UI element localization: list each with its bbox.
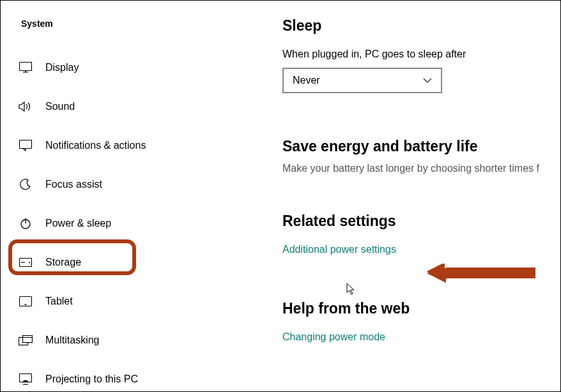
projecting-icon bbox=[19, 372, 33, 386]
sidebar-item-label: Display bbox=[45, 62, 79, 73]
svg-rect-3 bbox=[20, 140, 32, 148]
sidebar-item-label: Tablet bbox=[45, 296, 73, 307]
sidebar-item-focus-assist[interactable]: Focus assist bbox=[1, 165, 259, 204]
sidebar-item-projecting[interactable]: Projecting to this PC bbox=[1, 359, 259, 392]
sidebar-item-label: Power & sleep bbox=[45, 218, 111, 229]
sidebar-item-label: Notifications & actions bbox=[45, 140, 146, 151]
sidebar-item-label: Multitasking bbox=[45, 335, 99, 346]
sidebar-item-label: Storage bbox=[45, 257, 81, 268]
display-icon bbox=[19, 61, 33, 75]
sidebar: System Display Sound Notifications & act… bbox=[1, 1, 259, 391]
sidebar-item-storage[interactable]: Storage bbox=[1, 243, 259, 282]
sleep-heading: Sleep bbox=[282, 17, 560, 34]
sidebar-item-label: Sound bbox=[45, 101, 75, 112]
energy-heading: Save energy and battery life bbox=[282, 138, 560, 155]
sidebar-item-label: Projecting to this PC bbox=[45, 373, 138, 385]
sleep-field-label: When plugged in, PC goes to sleep after bbox=[282, 49, 560, 60]
sidebar-item-display[interactable]: Display bbox=[1, 48, 259, 87]
svg-rect-12 bbox=[23, 335, 33, 342]
svg-point-7 bbox=[29, 262, 30, 263]
sidebar-item-notifications[interactable]: Notifications & actions bbox=[1, 126, 259, 165]
tablet-icon bbox=[19, 294, 33, 308]
power-icon bbox=[19, 216, 33, 230]
sidebar-item-tablet[interactable]: Tablet bbox=[1, 282, 259, 320]
help-heading: Help from the web bbox=[282, 300, 560, 317]
sleep-select-value: Never bbox=[293, 75, 320, 86]
svg-rect-0 bbox=[20, 63, 32, 71]
multitasking-icon bbox=[19, 333, 33, 347]
sidebar-item-sound[interactable]: Sound bbox=[1, 87, 259, 126]
storage-icon bbox=[19, 255, 33, 269]
sidebar-title: System bbox=[1, 19, 259, 48]
sidebar-item-label: Focus assist bbox=[45, 179, 102, 190]
sidebar-item-multitasking[interactable]: Multitasking bbox=[1, 320, 259, 359]
sidebar-item-power-sleep[interactable]: Power & sleep bbox=[1, 204, 259, 243]
energy-subtext: Make your battery last longer by choosin… bbox=[282, 163, 560, 174]
additional-power-settings-link[interactable]: Additional power settings bbox=[282, 244, 396, 255]
chevron-down-icon bbox=[423, 78, 432, 83]
sleep-select[interactable]: Never bbox=[282, 68, 442, 93]
main-content: Sleep When plugged in, PC goes to sleep … bbox=[259, 1, 560, 391]
moon-icon bbox=[19, 177, 33, 192]
changing-power-mode-link[interactable]: Changing power mode bbox=[282, 331, 385, 343]
related-heading: Related settings bbox=[282, 213, 560, 230]
notifications-icon bbox=[19, 139, 33, 153]
sound-icon bbox=[19, 100, 33, 114]
